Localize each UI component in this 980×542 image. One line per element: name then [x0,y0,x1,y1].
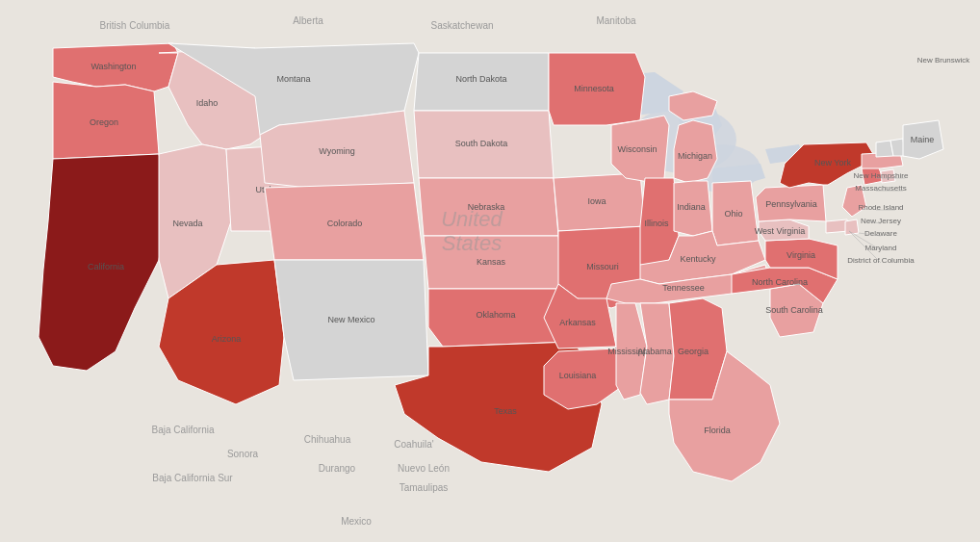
map-container: Washington Oregon California Idaho Nevad… [0,0,980,542]
